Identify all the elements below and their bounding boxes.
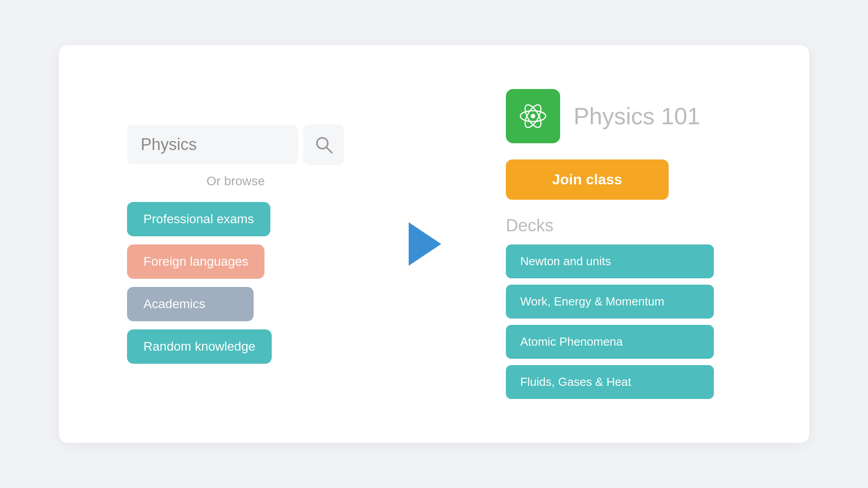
deck-work-energy-momentum[interactable]: Work, Energy & Momentum <box>506 285 714 319</box>
category-academics[interactable]: Academics <box>127 287 254 321</box>
atom-icon <box>517 100 549 132</box>
search-input: Physics <box>141 135 197 154</box>
arrow-container <box>409 222 441 266</box>
decks-label: Decks <box>506 216 554 235</box>
svg-line-1 <box>326 147 332 153</box>
search-button[interactable] <box>303 124 344 165</box>
svg-point-5 <box>531 114 535 118</box>
class-header: Physics 101 <box>506 89 700 143</box>
deck-fluids-gases-heat[interactable]: Fluids, Gases & Heat <box>506 365 714 399</box>
left-panel: Physics Or browse Professional exams For… <box>127 124 344 364</box>
search-input-wrapper[interactable]: Physics <box>127 125 298 164</box>
right-arrow-icon <box>409 222 441 266</box>
category-random-knowledge[interactable]: Random knowledge <box>127 329 272 364</box>
deck-newton-and-units[interactable]: Newton and units <box>506 244 714 278</box>
deck-list: Newton and units Work, Energy & Momentum… <box>506 244 741 399</box>
category-list: Professional exams Foreign languages Aca… <box>127 202 344 364</box>
or-browse-label: Or browse <box>127 174 344 188</box>
deck-atomic-phenomena[interactable]: Atomic Phenomena <box>506 325 714 359</box>
right-panel: Physics 101 Join class Decks Newton and … <box>506 89 741 399</box>
join-class-button[interactable]: Join class <box>506 160 669 200</box>
category-foreign-languages[interactable]: Foreign languages <box>127 244 264 279</box>
search-row: Physics <box>127 124 344 165</box>
main-container: Physics Or browse Professional exams For… <box>59 45 809 443</box>
search-icon <box>314 135 334 155</box>
class-icon <box>506 89 560 143</box>
category-professional-exams[interactable]: Professional exams <box>127 202 270 236</box>
class-title: Physics 101 <box>574 103 700 130</box>
